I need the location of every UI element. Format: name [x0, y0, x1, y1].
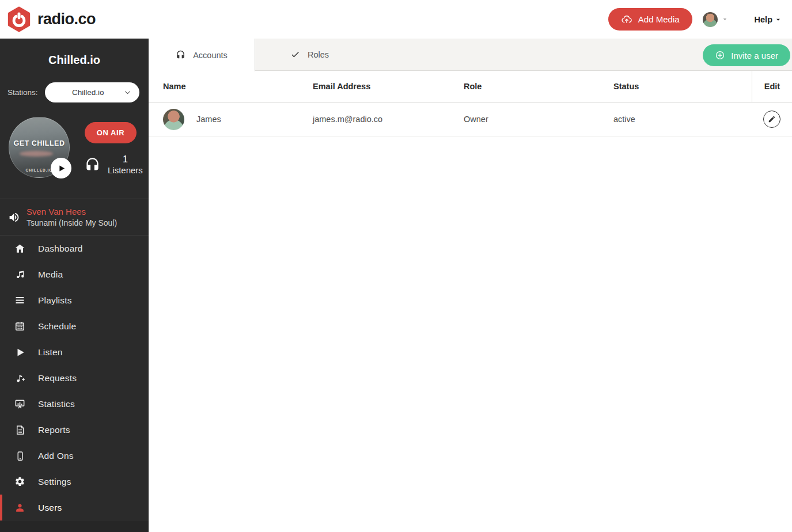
headphones-icon [176, 50, 185, 60]
user-menu[interactable] [703, 12, 728, 27]
avatar [703, 12, 718, 27]
column-header-status: Status [613, 71, 752, 102]
headphones-icon [85, 157, 100, 173]
sidebar-footer [0, 521, 149, 532]
sidebar-item-settings[interactable]: Settings [0, 469, 149, 495]
station-title: Chilled.io [0, 39, 149, 67]
sidebar-item-dashboard[interactable]: Dashboard [0, 235, 149, 261]
table-header: Name Email Address Role Status Edit [149, 71, 792, 102]
sidebar-item-add-ons[interactable]: Add Ons [0, 443, 149, 469]
check-icon [290, 50, 300, 59]
sidebar-item-listen[interactable]: Listen [0, 339, 149, 365]
now-playing: Sven Van Hees Tsunami (Inside My Soul) [0, 199, 149, 235]
artwork-title: GET CHILLED [14, 139, 65, 147]
sidebar-item-statistics[interactable]: Statistics [0, 391, 149, 417]
chart-board-icon [14, 398, 25, 409]
brand-name: radio.co [37, 10, 96, 28]
help-menu[interactable]: Help [755, 15, 782, 24]
user-name: James [196, 115, 221, 124]
home-icon [14, 243, 25, 254]
radioco-logo[interactable]: radio.co [6, 6, 96, 33]
listeners: 1 Listeners [85, 154, 143, 175]
listeners-count: 1 [123, 154, 128, 165]
user-status: active [613, 115, 752, 124]
pencil-icon [768, 115, 776, 123]
sidebar-item-playlists[interactable]: Playlists [0, 287, 149, 313]
invite-user-button[interactable]: Invite a user [703, 44, 790, 66]
now-playing-track: Tsunami (Inside My Soul) [26, 218, 117, 227]
caret-down-icon [775, 16, 782, 23]
listeners-label: Listeners [108, 165, 143, 175]
sidebar-item-reports[interactable]: Reports [0, 417, 149, 443]
add-media-label: Add Media [638, 14, 680, 24]
now-playing-artist: Sven Van Hees [26, 207, 117, 216]
edit-user-button[interactable] [763, 111, 780, 128]
chevron-down-icon [123, 89, 132, 96]
radioco-logo-icon [6, 6, 32, 33]
calendar-icon [14, 321, 25, 332]
sidebar-item-media[interactable]: Media [0, 261, 149, 287]
on-air-button[interactable]: ON AIR [85, 122, 137, 143]
tab-roles-label: Roles [308, 50, 329, 59]
document-icon [14, 425, 25, 435]
sidebar-item-requests[interactable]: Requests [0, 365, 149, 391]
station-artwork: GET CHILLED CHILLED.IO [9, 117, 70, 178]
play-button[interactable] [51, 158, 71, 178]
gear-icon [14, 476, 25, 487]
play-icon [14, 347, 25, 358]
column-header-edit: Edit [752, 71, 792, 102]
music-plus-icon [14, 373, 25, 383]
sidebar-item-schedule[interactable]: Schedule [0, 313, 149, 339]
sidebar: Chilled.io Stations: Chilled.io GET CHIL… [0, 39, 149, 532]
stations-label: Stations: [7, 88, 38, 97]
play-icon [57, 164, 66, 173]
tab-bar: Accounts Roles Invite a user [149, 39, 792, 71]
sidebar-item-users[interactable]: Users [0, 495, 149, 520]
person-icon [14, 502, 25, 513]
add-media-button[interactable]: Add Media [608, 8, 692, 31]
music-note-icon [14, 269, 25, 280]
invite-user-label: Invite a user [731, 51, 778, 60]
main-content: Accounts Roles Invite a user Name Email … [149, 39, 792, 532]
help-label: Help [755, 15, 772, 24]
plus-circle-icon [715, 50, 725, 60]
table-row: James james.m@radio.co Owner active [149, 102, 792, 136]
topbar: radio.co Add Media Help [0, 0, 792, 39]
tab-accounts-label: Accounts [193, 51, 228, 60]
user-role: Owner [464, 115, 613, 124]
station-select[interactable]: Chilled.io [45, 82, 139, 102]
tab-roles[interactable]: Roles [255, 39, 364, 70]
tab-accounts[interactable]: Accounts [149, 39, 255, 71]
user-avatar [163, 109, 184, 130]
phone-icon [14, 451, 25, 461]
cloud-upload-icon [621, 14, 632, 25]
speaker-icon [8, 211, 20, 223]
list-icon [14, 295, 25, 306]
column-header-email: Email Address [313, 71, 464, 102]
user-email: james.m@radio.co [313, 115, 464, 124]
column-header-role: Role [464, 71, 613, 102]
station-select-value: Chilled.io [72, 88, 104, 97]
sidebar-nav: Dashboard Media Playlists Sche [0, 235, 149, 520]
caret-down-icon [722, 16, 728, 22]
column-header-name: Name [149, 71, 313, 102]
